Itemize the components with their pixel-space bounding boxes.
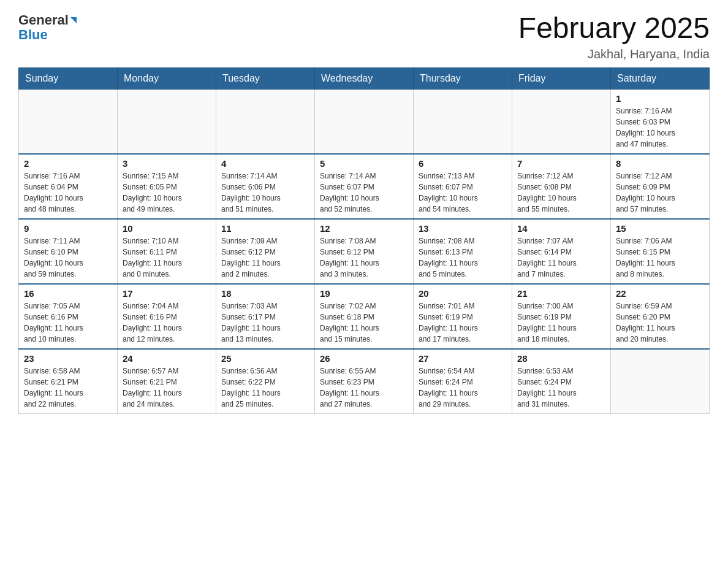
day-info: Sunrise: 6:53 AM Sunset: 6:24 PM Dayligh… [517, 366, 605, 410]
weekday-header-sunday: Sunday [19, 67, 118, 89]
calendar-cell: 13Sunrise: 7:08 AM Sunset: 6:13 PM Dayli… [414, 219, 512, 284]
day-number: 21 [517, 288, 605, 299]
day-number: 11 [221, 223, 309, 234]
logo-triangle-icon [69, 12, 78, 28]
day-number: 16 [24, 288, 112, 299]
day-number: 10 [123, 223, 211, 234]
day-info: Sunrise: 7:14 AM Sunset: 6:06 PM Dayligh… [221, 170, 309, 215]
logo-blue-text: Blue [18, 27, 48, 43]
calendar-cell: 26Sunrise: 6:55 AM Sunset: 6:23 PM Dayli… [315, 349, 414, 414]
day-number: 15 [616, 223, 704, 234]
day-info: Sunrise: 7:16 AM Sunset: 6:04 PM Dayligh… [24, 170, 112, 215]
day-number: 28 [517, 353, 605, 364]
calendar-cell [414, 89, 512, 154]
day-number: 2 [24, 158, 112, 169]
calendar-cell [216, 89, 315, 154]
day-number: 27 [419, 353, 507, 364]
day-number: 1 [616, 93, 704, 104]
day-info: Sunrise: 7:10 AM Sunset: 6:11 PM Dayligh… [123, 236, 211, 280]
calendar-cell: 4Sunrise: 7:14 AM Sunset: 6:06 PM Daylig… [216, 154, 315, 219]
calendar-cell: 20Sunrise: 7:01 AM Sunset: 6:19 PM Dayli… [414, 284, 512, 349]
day-info: Sunrise: 6:57 AM Sunset: 6:21 PM Dayligh… [123, 366, 211, 410]
day-info: Sunrise: 6:59 AM Sunset: 6:20 PM Dayligh… [616, 301, 704, 345]
day-info: Sunrise: 7:08 AM Sunset: 6:13 PM Dayligh… [419, 236, 507, 280]
calendar-cell [611, 349, 710, 414]
calendar-cell [512, 89, 611, 154]
calendar-cell: 16Sunrise: 7:05 AM Sunset: 6:16 PM Dayli… [19, 284, 118, 349]
month-title: February 2025 [518, 12, 710, 45]
day-info: Sunrise: 6:56 AM Sunset: 6:22 PM Dayligh… [221, 366, 309, 410]
weekday-header-friday: Friday [512, 67, 611, 89]
day-info: Sunrise: 7:07 AM Sunset: 6:14 PM Dayligh… [517, 236, 605, 280]
calendar-cell [315, 89, 414, 154]
day-number: 4 [221, 158, 309, 169]
day-number: 19 [320, 288, 408, 299]
calendar-cell: 21Sunrise: 7:00 AM Sunset: 6:19 PM Dayli… [512, 284, 611, 349]
calendar-cell: 3Sunrise: 7:15 AM Sunset: 6:05 PM Daylig… [118, 154, 216, 219]
calendar-cell: 1Sunrise: 7:16 AM Sunset: 6:03 PM Daylig… [611, 89, 710, 154]
day-info: Sunrise: 7:06 AM Sunset: 6:15 PM Dayligh… [616, 236, 704, 280]
day-number: 6 [419, 158, 507, 169]
logo-general-text: General [18, 12, 69, 28]
weekday-header-tuesday: Tuesday [216, 67, 315, 89]
calendar-cell: 19Sunrise: 7:02 AM Sunset: 6:18 PM Dayli… [315, 284, 414, 349]
weekday-header-saturday: Saturday [611, 67, 710, 89]
day-info: Sunrise: 7:05 AM Sunset: 6:16 PM Dayligh… [24, 301, 112, 345]
day-number: 13 [419, 223, 507, 234]
calendar-cell: 11Sunrise: 7:09 AM Sunset: 6:12 PM Dayli… [216, 219, 315, 284]
calendar-week-row: 1Sunrise: 7:16 AM Sunset: 6:03 PM Daylig… [19, 89, 710, 154]
calendar-cell: 14Sunrise: 7:07 AM Sunset: 6:14 PM Dayli… [512, 219, 611, 284]
day-number: 3 [123, 158, 211, 169]
calendar-week-row: 16Sunrise: 7:05 AM Sunset: 6:16 PM Dayli… [19, 284, 710, 349]
calendar-cell: 10Sunrise: 7:10 AM Sunset: 6:11 PM Dayli… [118, 219, 216, 284]
day-info: Sunrise: 7:02 AM Sunset: 6:18 PM Dayligh… [320, 301, 408, 345]
calendar-cell: 9Sunrise: 7:11 AM Sunset: 6:10 PM Daylig… [19, 219, 118, 284]
calendar-cell: 12Sunrise: 7:08 AM Sunset: 6:12 PM Dayli… [315, 219, 414, 284]
calendar-cell: 5Sunrise: 7:14 AM Sunset: 6:07 PM Daylig… [315, 154, 414, 219]
day-info: Sunrise: 7:09 AM Sunset: 6:12 PM Dayligh… [221, 236, 309, 280]
calendar-cell: 15Sunrise: 7:06 AM Sunset: 6:15 PM Dayli… [611, 219, 710, 284]
title-block: February 2025 Jakhal, Haryana, India [518, 12, 710, 61]
location-subtitle: Jakhal, Haryana, India [518, 47, 710, 61]
calendar-cell: 25Sunrise: 6:56 AM Sunset: 6:22 PM Dayli… [216, 349, 315, 414]
day-info: Sunrise: 6:58 AM Sunset: 6:21 PM Dayligh… [24, 366, 112, 410]
calendar-cell: 8Sunrise: 7:12 AM Sunset: 6:09 PM Daylig… [611, 154, 710, 219]
day-number: 7 [517, 158, 605, 169]
day-number: 9 [24, 223, 112, 234]
calendar-cell: 23Sunrise: 6:58 AM Sunset: 6:21 PM Dayli… [19, 349, 118, 414]
day-info: Sunrise: 7:08 AM Sunset: 6:12 PM Dayligh… [320, 236, 408, 280]
page-header: General Blue February 2025 Jakhal, Harya… [18, 12, 710, 61]
day-info: Sunrise: 7:14 AM Sunset: 6:07 PM Dayligh… [320, 170, 408, 215]
logo: General Blue [18, 12, 78, 43]
day-number: 14 [517, 223, 605, 234]
weekday-header-wednesday: Wednesday [315, 67, 414, 89]
calendar-cell: 18Sunrise: 7:03 AM Sunset: 6:17 PM Dayli… [216, 284, 315, 349]
day-number: 26 [320, 353, 408, 364]
day-info: Sunrise: 7:16 AM Sunset: 6:03 PM Dayligh… [616, 105, 704, 150]
day-number: 12 [320, 223, 408, 234]
day-info: Sunrise: 7:12 AM Sunset: 6:09 PM Dayligh… [616, 170, 704, 215]
day-info: Sunrise: 7:12 AM Sunset: 6:08 PM Dayligh… [517, 170, 605, 215]
day-number: 24 [123, 353, 211, 364]
day-number: 25 [221, 353, 309, 364]
calendar-week-row: 2Sunrise: 7:16 AM Sunset: 6:04 PM Daylig… [19, 154, 710, 219]
calendar-cell: 7Sunrise: 7:12 AM Sunset: 6:08 PM Daylig… [512, 154, 611, 219]
calendar-cell: 27Sunrise: 6:54 AM Sunset: 6:24 PM Dayli… [414, 349, 512, 414]
day-number: 18 [221, 288, 309, 299]
calendar-week-row: 23Sunrise: 6:58 AM Sunset: 6:21 PM Dayli… [19, 349, 710, 414]
calendar-cell: 24Sunrise: 6:57 AM Sunset: 6:21 PM Dayli… [118, 349, 216, 414]
calendar-cell: 28Sunrise: 6:53 AM Sunset: 6:24 PM Dayli… [512, 349, 611, 414]
day-info: Sunrise: 7:00 AM Sunset: 6:19 PM Dayligh… [517, 301, 605, 345]
svg-marker-0 [70, 17, 77, 23]
calendar-cell [19, 89, 118, 154]
calendar-cell: 17Sunrise: 7:04 AM Sunset: 6:16 PM Dayli… [118, 284, 216, 349]
calendar-cell: 22Sunrise: 6:59 AM Sunset: 6:20 PM Dayli… [611, 284, 710, 349]
day-info: Sunrise: 6:54 AM Sunset: 6:24 PM Dayligh… [419, 366, 507, 410]
day-info: Sunrise: 7:04 AM Sunset: 6:16 PM Dayligh… [123, 301, 211, 345]
day-number: 20 [419, 288, 507, 299]
day-number: 22 [616, 288, 704, 299]
day-info: Sunrise: 7:15 AM Sunset: 6:05 PM Dayligh… [123, 170, 211, 215]
calendar-cell: 2Sunrise: 7:16 AM Sunset: 6:04 PM Daylig… [19, 154, 118, 219]
weekday-header-thursday: Thursday [414, 67, 512, 89]
day-info: Sunrise: 7:01 AM Sunset: 6:19 PM Dayligh… [419, 301, 507, 345]
